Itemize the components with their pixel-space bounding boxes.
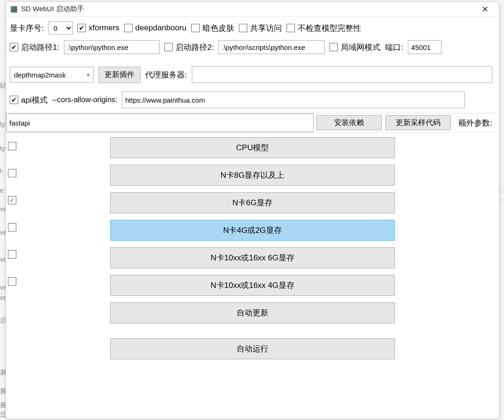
api-mode-checkbox[interactable]: ✔ [10, 96, 18, 104]
proxy-label: 代理服务器: [145, 70, 187, 80]
cors-label: --cors-allow-origins: [52, 96, 118, 104]
side-checkbox-4[interactable] [8, 223, 16, 231]
update-sample-code-button[interactable]: 更新采样代码 [385, 115, 451, 130]
gpu-index-label: 显卡序号: [10, 23, 44, 34]
cors-input[interactable] [122, 91, 465, 108]
plugin-select[interactable]: depthmap2mask ▾ [10, 67, 94, 83]
fastapi-input[interactable] [6, 113, 314, 132]
nocheck-label: 不检查模型完整性 [298, 23, 361, 34]
side-checkbox-6[interactable] [8, 277, 16, 286]
window-title: SD WebUI 启动助手 [21, 5, 476, 14]
share-label: 共享访问 [250, 23, 282, 34]
deepdanbooru-label: deepdanbooru [135, 23, 187, 33]
left-side-checks: ✔ [6, 133, 25, 359]
side-checkbox-5[interactable] [8, 250, 16, 259]
path2-checkbox[interactable] [164, 43, 173, 51]
api-mode-label: api模式 [21, 95, 48, 105]
edge-artifact: i- [0, 167, 4, 175]
proxy-input[interactable] [192, 66, 492, 83]
row-plugin-proxy: depthmap2mask ▾ 更新插件 代理服务器: [6, 58, 499, 85]
edge-artifact: ty [0, 145, 5, 152]
deepdanbooru-checkbox[interactable] [124, 24, 133, 32]
side-checkbox-1[interactable] [8, 142, 16, 150]
close-icon[interactable]: ✕ [476, 3, 494, 16]
port-input[interactable] [408, 40, 441, 54]
row-options-1: 显卡序号: 0 ✔ xformers deepdanbooru 暗色皮肤 共享访… [6, 20, 499, 36]
darkskin-checkbox[interactable] [191, 24, 200, 32]
auto-run-button[interactable]: 自动运行 [110, 338, 395, 359]
row-fastapi: 安装依赖 更新采样代码 额外参数: [6, 113, 499, 132]
extra-params-label: 额外参数: [455, 118, 496, 128]
chevron-down-icon: ▾ [87, 72, 90, 78]
path2-input[interactable] [218, 40, 325, 54]
port-label: 端口: [385, 42, 403, 53]
gpu-index-select[interactable]: 0 [49, 21, 73, 35]
n10xx6g-button[interactable]: N卡10xx或16xx 6G显存 [110, 247, 395, 268]
app-icon [11, 6, 17, 13]
content-area: 显卡序号: 0 ✔ xformers deepdanbooru 暗色皮肤 共享访… [6, 17, 499, 419]
n6g-button[interactable]: N卡6G显存 [110, 192, 395, 213]
path2-label: 启动路径2: [175, 42, 214, 53]
launch-buttons-area: ✔ CPU模型 N卡8G显存以及上 N卡6G显存 N卡4G或2G显存 N卡10x… [6, 132, 499, 359]
plugin-select-value: depthmap2mask [14, 71, 66, 79]
n4g2g-button[interactable]: N卡4G或2G显存 [110, 220, 395, 241]
titlebar: SD WebUI 启动助手 ✕ [6, 2, 499, 17]
xformers-label: xformers [89, 23, 119, 33]
darkskin-label: 暗色皮肤 [203, 23, 234, 34]
row-paths: ✔ 启动路径1: 启动路径2: 局域网模式 端口: [6, 36, 499, 58]
install-deps-button[interactable]: 安装依赖 [316, 115, 382, 130]
nocheck-checkbox[interactable] [287, 24, 295, 32]
edge-artifact: ty [0, 120, 5, 128]
app-window: SD WebUI 启动助手 ✕ 显卡序号: 0 ✔ xformers deepd… [6, 1, 499, 419]
auto-update-button[interactable]: 自动更新 [110, 302, 395, 323]
update-plugin-button[interactable]: 更新插件 [98, 67, 140, 83]
n10xx4g-button[interactable]: N卡10xx或16xx 4G显存 [110, 275, 395, 296]
path1-input[interactable] [64, 40, 160, 54]
edge-artifact: e [0, 187, 4, 194]
path1-checkbox[interactable]: ✔ [10, 43, 18, 51]
row-api-cors: ✔ api模式 --cors-allow-origins: [6, 85, 499, 113]
xformers-checkbox[interactable]: ✔ [77, 24, 86, 32]
cpu-model-button[interactable]: CPU模型 [110, 137, 395, 158]
side-checkbox-2[interactable] [8, 169, 16, 177]
lan-label: 局域网模式 [341, 42, 380, 53]
lan-checkbox[interactable] [329, 43, 338, 51]
share-checkbox[interactable] [239, 24, 247, 32]
path1-label: 启动路径1: [21, 42, 59, 53]
side-checkbox-3[interactable]: ✔ [8, 196, 16, 204]
n8g-button[interactable]: N卡8G显存以及上 [110, 165, 395, 186]
